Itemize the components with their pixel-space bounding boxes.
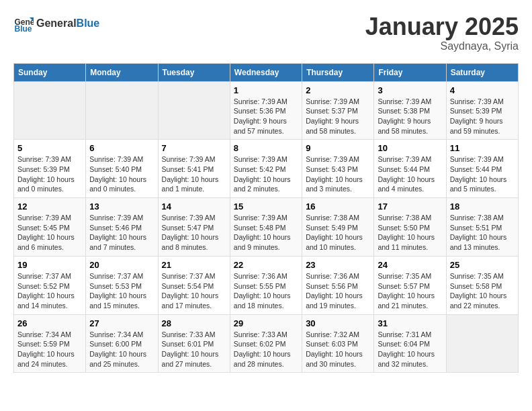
day-info: Sunrise: 7:39 AM Sunset: 5:47 PM Dayligh…: [162, 213, 226, 253]
calendar-cell: 15Sunrise: 7:39 AM Sunset: 5:48 PM Dayli…: [230, 198, 302, 257]
day-info: Sunrise: 7:39 AM Sunset: 5:41 PM Dayligh…: [162, 154, 226, 194]
day-number: 16: [306, 201, 370, 212]
day-info: Sunrise: 7:34 AM Sunset: 5:59 PM Dayligh…: [17, 330, 82, 369]
day-info: Sunrise: 7:38 AM Sunset: 5:49 PM Dayligh…: [306, 213, 370, 253]
week-row-4: 19Sunrise: 7:37 AM Sunset: 5:52 PM Dayli…: [14, 256, 519, 314]
calendar-cell: 31Sunrise: 7:31 AM Sunset: 6:04 PM Dayli…: [374, 314, 446, 373]
calendar-cell: 22Sunrise: 7:36 AM Sunset: 5:55 PM Dayli…: [230, 256, 302, 314]
week-row-5: 26Sunrise: 7:34 AM Sunset: 5:59 PM Dayli…: [14, 314, 519, 373]
logo: General Blue GeneralBlue: [13, 13, 99, 34]
day-info: Sunrise: 7:39 AM Sunset: 5:48 PM Dayligh…: [234, 213, 298, 253]
svg-text:Blue: Blue: [15, 24, 32, 34]
day-number: 3: [378, 85, 442, 95]
day-info: Sunrise: 7:35 AM Sunset: 5:57 PM Dayligh…: [378, 271, 442, 311]
calendar-cell: 20Sunrise: 7:37 AM Sunset: 5:53 PM Dayli…: [86, 256, 158, 314]
calendar-cell: [446, 314, 518, 373]
day-info: Sunrise: 7:39 AM Sunset: 5:37 PM Dayligh…: [306, 97, 370, 136]
day-number: 12: [17, 201, 82, 212]
day-info: Sunrise: 7:39 AM Sunset: 5:46 PM Dayligh…: [89, 213, 154, 253]
calendar-cell: 3Sunrise: 7:39 AM Sunset: 5:38 PM Daylig…: [374, 81, 446, 140]
weekday-header-row: SundayMondayTuesdayWednesdayThursdayFrid…: [14, 63, 519, 81]
calendar-cell: 6Sunrise: 7:39 AM Sunset: 5:40 PM Daylig…: [86, 140, 158, 198]
weekday-header-monday: Monday: [86, 63, 158, 81]
calendar-cell: 11Sunrise: 7:39 AM Sunset: 5:44 PM Dayli…: [446, 140, 518, 198]
day-number: 21: [162, 260, 226, 270]
day-number: 6: [89, 143, 154, 153]
day-info: Sunrise: 7:33 AM Sunset: 6:01 PM Dayligh…: [162, 330, 226, 369]
day-number: 15: [234, 201, 298, 212]
logo-general-text: GeneralBlue: [36, 17, 99, 30]
day-number: 5: [17, 143, 82, 153]
calendar-cell: 13Sunrise: 7:39 AM Sunset: 5:46 PM Dayli…: [86, 198, 158, 257]
page-header: General Blue GeneralBlue January 2025 Sa…: [13, 13, 519, 52]
day-info: Sunrise: 7:37 AM Sunset: 5:54 PM Dayligh…: [162, 271, 226, 311]
day-number: 27: [89, 318, 154, 328]
day-number: 18: [450, 201, 515, 212]
day-info: Sunrise: 7:37 AM Sunset: 5:53 PM Dayligh…: [89, 271, 154, 311]
weekday-header-thursday: Thursday: [302, 63, 374, 81]
day-number: 14: [162, 201, 226, 212]
calendar-cell: 29Sunrise: 7:33 AM Sunset: 6:02 PM Dayli…: [230, 314, 302, 373]
day-info: Sunrise: 7:39 AM Sunset: 5:45 PM Dayligh…: [17, 213, 82, 253]
day-number: 24: [378, 260, 442, 270]
calendar-cell: 23Sunrise: 7:36 AM Sunset: 5:56 PM Dayli…: [302, 256, 374, 314]
day-number: 20: [89, 260, 154, 270]
day-info: Sunrise: 7:39 AM Sunset: 5:36 PM Dayligh…: [234, 97, 298, 136]
logo-icon: General Blue: [13, 13, 34, 34]
day-number: 11: [450, 143, 515, 153]
day-number: 10: [378, 143, 442, 153]
weekday-header-sunday: Sunday: [14, 63, 86, 81]
calendar-cell: [86, 81, 158, 140]
day-info: Sunrise: 7:34 AM Sunset: 6:00 PM Dayligh…: [89, 330, 154, 369]
week-row-2: 5Sunrise: 7:39 AM Sunset: 5:39 PM Daylig…: [14, 140, 519, 198]
calendar-cell: 17Sunrise: 7:38 AM Sunset: 5:50 PM Dayli…: [374, 198, 446, 257]
calendar-cell: 7Sunrise: 7:39 AM Sunset: 5:41 PM Daylig…: [158, 140, 230, 198]
day-number: 23: [306, 260, 370, 270]
day-info: Sunrise: 7:35 AM Sunset: 5:58 PM Dayligh…: [450, 271, 515, 311]
day-number: 2: [306, 85, 370, 95]
day-number: 31: [378, 318, 442, 328]
calendar-cell: 30Sunrise: 7:32 AM Sunset: 6:03 PM Dayli…: [302, 314, 374, 373]
calendar-cell: [158, 81, 230, 140]
day-number: 17: [378, 201, 442, 212]
weekday-header-friday: Friday: [374, 63, 446, 81]
calendar-cell: 21Sunrise: 7:37 AM Sunset: 5:54 PM Dayli…: [158, 256, 230, 314]
day-number: 7: [162, 143, 226, 153]
month-title: January 2025: [365, 13, 519, 40]
day-info: Sunrise: 7:32 AM Sunset: 6:03 PM Dayligh…: [306, 330, 370, 369]
day-info: Sunrise: 7:39 AM Sunset: 5:42 PM Dayligh…: [234, 154, 298, 194]
day-info: Sunrise: 7:39 AM Sunset: 5:44 PM Dayligh…: [378, 154, 442, 194]
weekday-header-wednesday: Wednesday: [230, 63, 302, 81]
calendar-cell: 5Sunrise: 7:39 AM Sunset: 5:39 PM Daylig…: [14, 140, 86, 198]
calendar-cell: 16Sunrise: 7:38 AM Sunset: 5:49 PM Dayli…: [302, 198, 374, 257]
weekday-header-saturday: Saturday: [446, 63, 518, 81]
day-number: 30: [306, 318, 370, 328]
day-number: 1: [234, 85, 298, 95]
calendar-cell: 24Sunrise: 7:35 AM Sunset: 5:57 PM Dayli…: [374, 256, 446, 314]
calendar-cell: 19Sunrise: 7:37 AM Sunset: 5:52 PM Dayli…: [14, 256, 86, 314]
calendar-cell: 27Sunrise: 7:34 AM Sunset: 6:00 PM Dayli…: [86, 314, 158, 373]
title-block: January 2025 Saydnaya, Syria: [365, 13, 519, 52]
day-info: Sunrise: 7:39 AM Sunset: 5:38 PM Dayligh…: [378, 97, 442, 136]
calendar-cell: 28Sunrise: 7:33 AM Sunset: 6:01 PM Dayli…: [158, 314, 230, 373]
calendar-cell: 25Sunrise: 7:35 AM Sunset: 5:58 PM Dayli…: [446, 256, 518, 314]
day-info: Sunrise: 7:37 AM Sunset: 5:52 PM Dayligh…: [17, 271, 82, 311]
calendar-cell: 18Sunrise: 7:38 AM Sunset: 5:51 PM Dayli…: [446, 198, 518, 257]
day-info: Sunrise: 7:36 AM Sunset: 5:55 PM Dayligh…: [234, 271, 298, 311]
calendar-cell: 14Sunrise: 7:39 AM Sunset: 5:47 PM Dayli…: [158, 198, 230, 257]
calendar-cell: 12Sunrise: 7:39 AM Sunset: 5:45 PM Dayli…: [14, 198, 86, 257]
weekday-header-tuesday: Tuesday: [158, 63, 230, 81]
day-info: Sunrise: 7:38 AM Sunset: 5:50 PM Dayligh…: [378, 213, 442, 253]
day-number: 29: [234, 318, 298, 328]
day-number: 4: [450, 85, 515, 95]
day-number: 25: [450, 260, 515, 270]
day-number: 13: [89, 201, 154, 212]
calendar-cell: 4Sunrise: 7:39 AM Sunset: 5:39 PM Daylig…: [446, 81, 518, 140]
day-number: 8: [234, 143, 298, 153]
calendar-table: SundayMondayTuesdayWednesdayThursdayFrid…: [13, 63, 519, 373]
calendar-cell: 2Sunrise: 7:39 AM Sunset: 5:37 PM Daylig…: [302, 81, 374, 140]
day-info: Sunrise: 7:36 AM Sunset: 5:56 PM Dayligh…: [306, 271, 370, 311]
day-info: Sunrise: 7:39 AM Sunset: 5:40 PM Dayligh…: [89, 154, 154, 194]
day-info: Sunrise: 7:39 AM Sunset: 5:43 PM Dayligh…: [306, 154, 370, 194]
calendar-cell: 9Sunrise: 7:39 AM Sunset: 5:43 PM Daylig…: [302, 140, 374, 198]
